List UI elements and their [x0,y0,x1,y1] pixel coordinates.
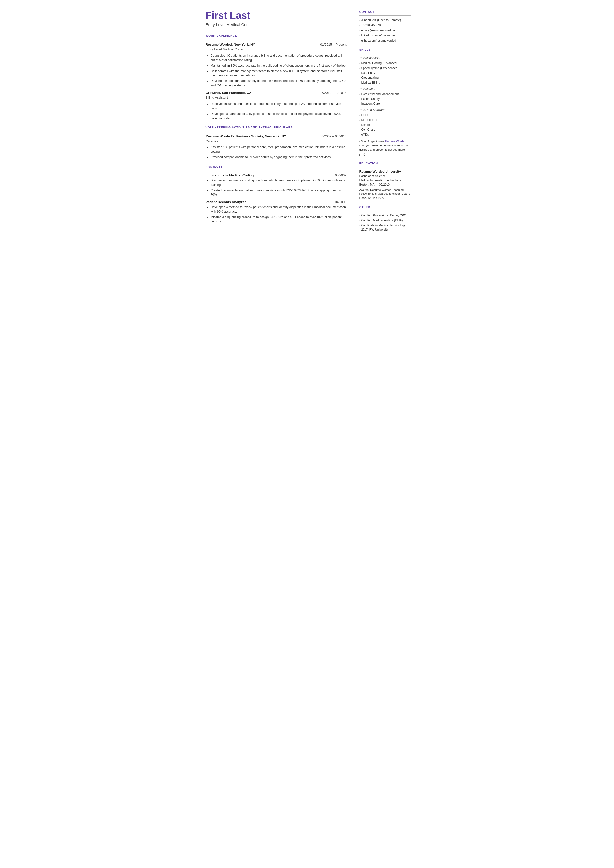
job-2-bullet-1: Resolved inquiries and questions about l… [211,102,347,110]
header: First Last Entry Level Medical Coder [206,10,347,28]
candidate-title: Entry Level Medical Coder [206,22,347,28]
skills-tools-label: Tools and Software: [359,108,411,112]
job-1: Resume Worded, New York, NY 01/2015 – Pr… [206,42,347,88]
projects-section: PROJECTS Innovations in Medical Coding 0… [206,165,347,224]
education-heading: EDUCATION [359,161,411,165]
job-1-bullets: Counseled 3K patients on insurance billi… [206,53,347,88]
other-item-3: Certificate in Medical Terminology 2017,… [359,224,411,232]
job-1-bullet-1: Counseled 3K patients on insurance billi… [211,53,347,62]
education-school: Resume Worded University [359,169,411,174]
project-2-bullets: Developed a method to review patient cha… [206,205,347,224]
projects-divider [206,170,347,170]
skills-technical-label: Technical Skills: [359,56,411,60]
job-2-header: Growthsi, San Francisco, CA 06/2010 – 12… [206,90,347,95]
job-2-company: Growthsi, San Francisco, CA [206,90,251,95]
other-heading: OTHER [359,205,411,209]
skills-techniques-label: Techniques: [359,87,411,91]
volunteer-1-role: Caregiver [206,139,347,143]
volunteer-1: Resume Worded's Business Society, New Yo… [206,134,347,159]
skill-data-management: Data entry and Management [359,92,411,96]
job-2: Growthsi, San Francisco, CA 06/2010 – 12… [206,90,347,121]
skill-medical-coding: Medical Coding (Advanced) [359,61,411,65]
project-2-bullet-2: Initiated a sequencing procedure to assi… [211,215,347,224]
skills-section: SKILLS Technical Skills: Medical Coding … [359,48,411,156]
project-2-date: 04/2009 [335,200,347,204]
contact-email: email@resumeworded.com [359,28,411,33]
volunteering-section: VOLUNTEERING ACTIVITIES AND EXTRACURRICU… [206,126,347,160]
other-item-1: Certified Professional Coder, CPC. [359,213,411,217]
volunteer-1-company: Resume Worded's Business Society, New Yo… [206,134,286,139]
skill-emds: eMDs [359,133,411,137]
volunteering-heading: VOLUNTEERING ACTIVITIES AND EXTRACURRICU… [206,126,347,129]
job-1-bullet-3: Collaborated with the management team to… [211,69,347,78]
volunteering-divider [206,131,347,131]
project-1-bullet-2: Created documentation that improves comp… [211,188,347,197]
job-2-role: Billing Assistant [206,96,347,100]
projects-heading: PROJECTS [206,165,347,169]
contact-phone: +1-234-456-789 [359,23,411,28]
job-2-bullets: Resolved inquiries and questions about l… [206,102,347,121]
skill-speed-typing: Speed Typing (Experienced) [359,66,411,70]
contact-github: github.com/resumeworded [359,39,411,43]
contact-heading: CONTACT [359,10,411,14]
job-2-date: 06/2010 – 12/2014 [320,90,346,95]
project-1: Innovations in Medical Coding 05/2009 Di… [206,173,347,197]
volunteer-1-bullet-1: Assisted 130 patients with personal care… [211,145,347,154]
job-1-bullet-2: Maintained an 86% accuracy rate in the d… [211,63,347,68]
skill-meditech: MEDITECH [359,118,411,122]
education-degree: Bachelor of Science [359,174,411,179]
job-1-header: Resume Worded, New York, NY 01/2015 – Pr… [206,42,347,47]
project-2-header: Patient Records Analyzer 04/2009 [206,200,347,205]
skill-comchart: ComChart [359,128,411,132]
skill-data-entry: Data Entry [359,71,411,75]
project-1-date: 05/2009 [335,173,347,178]
job-1-bullet-4: Devised methods that adequately coded th… [211,79,347,88]
right-column: CONTACT Juneau, AK (Open to Remote) +1-2… [354,10,419,304]
resume-page: First Last Entry Level Medical Coder WOR… [196,0,419,314]
contact-location: Juneau, AK (Open to Remote) [359,18,411,22]
volunteer-1-date: 06/2009 – 04/2010 [320,134,346,138]
skill-credentialing: Credentialing [359,76,411,80]
project-2-name: Patient Records Analyzer [206,200,246,205]
volunteer-1-bullets: Assisted 130 patients with personal care… [206,145,347,159]
work-experience-divider [206,39,347,39]
promo-link[interactable]: Resume Worded [385,140,406,143]
work-experience-heading: WORK EXPERIENCE [206,34,347,37]
education-awards: Awards: Resume Worded Teaching Fellow (o… [359,188,411,200]
job-1-company: Resume Worded, New York, NY [206,42,255,47]
project-2-bullet-1: Developed a method to review patient cha… [211,205,347,214]
candidate-name: First Last [206,10,347,21]
left-column: First Last Entry Level Medical Coder WOR… [196,10,354,304]
project-1-name: Innovations in Medical Coding [206,173,254,178]
education-divider [359,167,411,167]
skills-heading: SKILLS [359,48,411,52]
promo-text: · Don't forget to use Resume Worded to s… [359,139,411,156]
volunteer-1-header: Resume Worded's Business Society, New Yo… [206,134,347,139]
volunteer-1-bullet-2: Provided companionship to 39 older adult… [211,155,347,159]
contact-linkedin: linkedin.com/in/username [359,33,411,37]
education-section: EDUCATION Resume Worded University Bache… [359,161,411,200]
education-location: Boston, MA — 05/2010 [359,183,411,187]
job-2-bullet-2: Developed a database of 3.1K patients to… [211,112,347,121]
other-section: OTHER Certified Professional Coder, CPC.… [359,205,411,232]
work-experience-section: WORK EXPERIENCE Resume Worded, New York,… [206,34,347,121]
project-1-bullets: Discovered new medical coding practices,… [206,178,347,197]
contact-section: CONTACT Juneau, AK (Open to Remote) +1-2… [359,10,411,43]
education-field: Medical Information Technology [359,179,411,183]
project-1-header: Innovations in Medical Coding 05/2009 [206,173,347,178]
skill-patient-safety: Patient Safety [359,97,411,101]
job-1-role: Entry Level Medical Coder [206,47,347,52]
project-1-bullet-1: Discovered new medical coding practices,… [211,178,347,187]
job-1-date: 01/2015 – Present [320,42,346,47]
other-item-2: Certified Medical Auditor (CMA). [359,219,411,223]
skill-dentrix: Dentrix [359,123,411,127]
skill-hcpcs: HCPCS [359,113,411,117]
project-2: Patient Records Analyzer 04/2009 Develop… [206,200,347,224]
skill-medical-billing: Medical Billing [359,81,411,85]
skill-inpatient-care: Inpatient Care [359,102,411,106]
